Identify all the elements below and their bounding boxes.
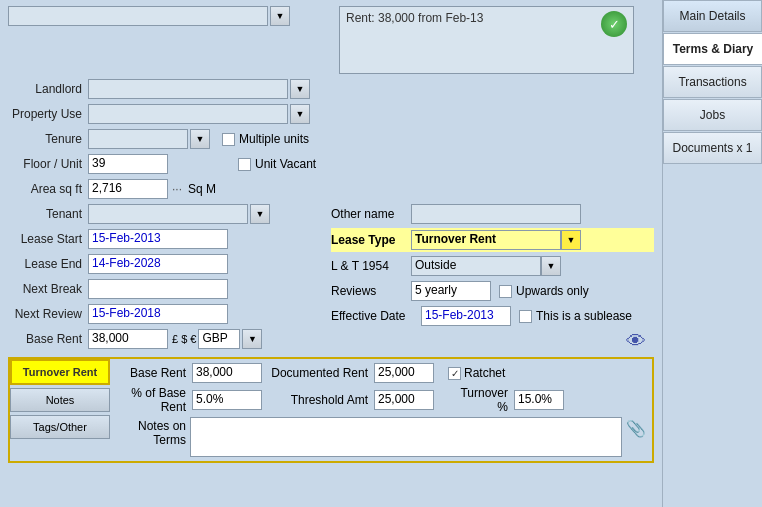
sublease-label: This is a sublease	[536, 309, 632, 323]
lease-type-input[interactable]: Turnover Rent	[411, 230, 561, 250]
rent-info-box: Rent: 38,000 from Feb-13 ✓	[339, 6, 634, 74]
unit-vacant-label: Unit Vacant	[255, 157, 316, 171]
effective-date-label: Effective Date	[331, 309, 421, 323]
t-turnover-pct-input[interactable]: 15.0%	[514, 390, 564, 410]
reviews-label: Reviews	[331, 284, 411, 298]
eye-icon[interactable]: 👁	[626, 330, 646, 353]
area-sqft-label: Area sq ft	[8, 182, 88, 196]
tenant-input[interactable]	[88, 204, 248, 224]
t-documented-rent-input[interactable]: 25,000	[374, 363, 434, 383]
upwards-only-checkbox[interactable]	[499, 285, 512, 298]
next-break-label: Next Break	[8, 282, 88, 296]
lease-end-label: Lease End	[8, 257, 88, 271]
notes-on-terms-textarea[interactable]	[190, 417, 622, 457]
sqm-label: Sq M	[188, 182, 216, 196]
next-break-input[interactable]	[88, 279, 228, 299]
currency-input[interactable]: GBP	[198, 329, 240, 349]
turnover-section: Turnover Rent Notes Tags/Other Base Rent…	[8, 357, 654, 463]
turnover-tabs: Turnover Rent Notes Tags/Other	[10, 359, 110, 461]
floor-unit-label: Floor / Unit	[8, 157, 88, 171]
lease-start-input[interactable]: 15-Feb-2013	[88, 229, 228, 249]
multiple-units-checkbox[interactable]	[222, 133, 235, 146]
sidebar-btn-terms-diary[interactable]: Terms & Diary	[663, 33, 762, 65]
lt1954-dropdown-btn[interactable]: ▼	[541, 256, 561, 276]
tenure-input[interactable]	[88, 129, 188, 149]
t-documented-rent-label: Documented Rent	[268, 366, 368, 380]
lease-type-label: Lease Type	[331, 233, 411, 247]
floor-unit-input[interactable]: 39	[88, 154, 168, 174]
property-use-dropdown-btn[interactable]: ▼	[290, 104, 310, 124]
tenant-dropdown-btn[interactable]: ▼	[250, 204, 270, 224]
property-use-label: Property Use	[8, 107, 88, 121]
base-rent-label: Base Rent	[8, 332, 88, 346]
sublease-checkbox[interactable]	[519, 310, 532, 323]
effective-date-input[interactable]: 15-Feb-2013	[421, 306, 511, 326]
lease-end-input[interactable]: 14-Feb-2028	[88, 254, 228, 274]
landlord-label: Landlord	[8, 82, 88, 96]
currency-dropdown-btn[interactable]: ▼	[242, 329, 262, 349]
reviews-input[interactable]: 5 yearly	[411, 281, 491, 301]
t-threshold-amt-label: Threshold Amt	[268, 393, 368, 407]
attachment-icon[interactable]: 📎	[626, 417, 646, 438]
sidebar-btn-documents[interactable]: Documents x 1	[663, 132, 762, 164]
other-name-label: Other name	[331, 207, 411, 221]
t-pct-base-rent-input[interactable]: 5.0%	[192, 390, 262, 410]
name-input[interactable]	[8, 6, 268, 26]
next-review-label: Next Review	[8, 307, 88, 321]
landlord-dropdown-btn[interactable]: ▼	[290, 79, 310, 99]
currency-symbol: £ $ €	[172, 333, 196, 345]
ratchet-checkbox[interactable]	[448, 367, 461, 380]
tab-tags-other[interactable]: Tags/Other	[10, 415, 110, 439]
t-turnover-pct-label: Turnover %	[448, 386, 508, 414]
upwards-only-label: Upwards only	[516, 284, 589, 298]
right-sidebar: Main Details Terms & Diary Transactions …	[662, 0, 762, 507]
base-rent-input[interactable]: 38,000	[88, 329, 168, 349]
lease-type-dropdown-btn[interactable]: ▼	[561, 230, 581, 250]
t-base-rent-label: Base Rent	[116, 366, 186, 380]
landlord-input[interactable]	[88, 79, 288, 99]
lt1954-input[interactable]: Outside	[411, 256, 541, 276]
t-pct-base-rent-label: % of Base Rent	[116, 386, 186, 414]
notes-on-terms-label: Notes on Terms	[116, 417, 186, 447]
name-dropdown-btn[interactable]: ▼	[270, 6, 290, 26]
check-icon: ✓	[601, 11, 627, 37]
t-threshold-amt-input[interactable]: 25,000	[374, 390, 434, 410]
tenant-label: Tenant	[8, 207, 88, 221]
tenure-label: Tenure	[8, 132, 88, 146]
sidebar-btn-transactions[interactable]: Transactions	[663, 66, 762, 98]
ratchet-label: Ratchet	[464, 366, 505, 380]
ellipsis-btn[interactable]: ···	[172, 182, 182, 196]
turnover-content: Base Rent 38,000 Documented Rent 25,000 …	[110, 359, 652, 461]
tab-notes[interactable]: Notes	[10, 388, 110, 412]
sidebar-btn-jobs[interactable]: Jobs	[663, 99, 762, 131]
unit-vacant-checkbox[interactable]	[238, 158, 251, 171]
t-base-rent-input[interactable]: 38,000	[192, 363, 262, 383]
lt1954-label: L & T 1954	[331, 259, 411, 273]
next-review-input[interactable]: 15-Feb-2018	[88, 304, 228, 324]
area-input[interactable]: 2,716	[88, 179, 168, 199]
sidebar-btn-main-details[interactable]: Main Details	[663, 0, 762, 32]
other-name-input[interactable]	[411, 204, 581, 224]
property-use-input[interactable]	[88, 104, 288, 124]
lease-start-label: Lease Start	[8, 232, 88, 246]
multiple-units-label: Multiple units	[239, 132, 309, 146]
rent-info-text: Rent: 38,000 from Feb-13	[346, 11, 483, 25]
tab-turnover-rent[interactable]: Turnover Rent	[10, 359, 110, 385]
tenure-dropdown-btn[interactable]: ▼	[190, 129, 210, 149]
